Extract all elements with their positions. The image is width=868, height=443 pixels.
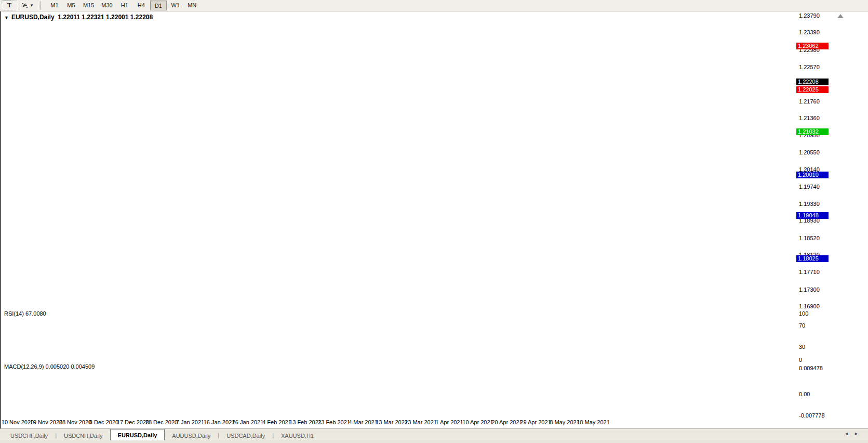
price-tick-label: 1.21360 <box>799 115 820 121</box>
cursor-arrows-button[interactable]: ▼ <box>19 1 36 10</box>
rsi-label: RSI(14) 67.0080 <box>4 310 46 317</box>
level-price-badge: 1.19048 <box>796 212 829 219</box>
price-tick-label: 1.16900 <box>799 303 820 309</box>
price-tick-label: 1.22570 <box>799 64 820 70</box>
price-tick-label: 1.21760 <box>799 98 820 105</box>
level-price-badge: 1.18025 <box>796 255 829 262</box>
timeframe-button-mn[interactable]: MN <box>184 1 200 9</box>
tab-usdchf[interactable]: USDCHF,Daily <box>3 430 55 441</box>
toolbar: T ▼ M1M5M15M30H1H4D1W1MN <box>0 0 868 11</box>
rsi-tick-label: 100 <box>799 310 808 317</box>
level-price-badge: 1.22025 <box>796 86 829 93</box>
date-tick-label: 13 Feb 2021 <box>289 419 322 425</box>
macd-tick-label: 0.009478 <box>799 365 823 371</box>
chart-title: ▼EURUSD,Daily 1.22011 1.22321 1.22001 1.… <box>4 14 153 21</box>
open-value: 1.22011 <box>58 14 80 21</box>
symbol-label: EURUSD,Daily <box>11 14 55 21</box>
tab-xauusd[interactable]: XAUUSD,H1 <box>274 430 321 441</box>
date-tick-label: 4 Feb 2021 <box>262 419 291 425</box>
level-price-badge: 1.21032 <box>796 128 829 135</box>
date-tick-label: 18 May 2021 <box>577 419 610 425</box>
rsi-tick-label: 0 <box>799 357 802 363</box>
date-tick-label: 19 Nov 2020 <box>30 419 62 425</box>
date-tick-label: 8 Dec 2020 <box>89 419 118 425</box>
level-price-badge: 1.20010 <box>796 172 829 178</box>
timeframe-button-h4[interactable]: H4 <box>133 1 149 9</box>
high-value: 1.22321 <box>82 14 104 21</box>
price-tick-label: 1.17300 <box>799 286 820 293</box>
timeframe-button-d1[interactable]: D1 <box>150 1 167 10</box>
price-tick-label: 1.17710 <box>799 269 820 275</box>
tab-scroll-left-icon[interactable]: ◄ <box>844 431 854 436</box>
price-tick-label: 1.19330 <box>799 201 820 207</box>
chevron-down-icon: ▼ <box>30 3 34 8</box>
date-tick-label: 20 Apr 2021 <box>491 419 522 425</box>
date-tick-label: 10 Apr 2021 <box>462 419 493 425</box>
rsi-tick-label: 70 <box>799 322 805 329</box>
macd-values: 0.005020 0.004509 <box>45 363 95 370</box>
timeframe-button-m15[interactable]: M15 <box>80 1 97 9</box>
date-tick-label: 13 Mar 2021 <box>376 419 408 425</box>
close-value: 1.22208 <box>130 14 153 21</box>
rsi-tick-label: 30 <box>799 344 805 350</box>
date-tick-label: 28 Dec 2020 <box>145 419 178 425</box>
tab-audusd[interactable]: AUDUSD,Daily <box>165 430 218 441</box>
macd-tick-label: 0.00 <box>799 391 810 397</box>
date-tick-label: 17 Dec 2020 <box>117 419 149 425</box>
application-window: T ▼ M1M5M15M30H1H4D1W1MN ▼EURUSD,Daily 1… <box>0 0 868 443</box>
tab-eurusd[interactable]: EURUSD,Daily <box>110 429 165 441</box>
rsi-value: 67.0080 <box>25 310 46 317</box>
arrows-icon <box>21 2 29 9</box>
date-tick-label: 23 Feb 2021 <box>318 419 350 425</box>
macd-label: MACD(12,26,9) 0.005020 0.004509 <box>4 363 95 370</box>
macd-tick-label: -0.007778 <box>799 412 825 419</box>
timeframe-buttons: M1M5M15M30H1H4D1W1MN <box>46 1 200 10</box>
timeframe-button-m30[interactable]: M30 <box>98 1 115 9</box>
date-tick-label: 26 Jan 2021 <box>232 419 264 425</box>
date-tick-label: 29 Apr 2021 <box>520 419 551 425</box>
date-tick-label: 16 Jan 2021 <box>204 419 235 425</box>
date-tick-label: 1 Apr 2021 <box>435 419 463 425</box>
scroll-up-arrow[interactable] <box>837 14 844 18</box>
tab-scroll-right-icon[interactable]: ► <box>854 431 864 436</box>
timeframe-button-h1[interactable]: H1 <box>117 1 132 9</box>
level-price-badge: 1.23062 <box>796 43 829 49</box>
date-tick-label: 7 Jan 2021 <box>176 419 204 425</box>
toolbar-separator <box>41 1 44 10</box>
timeframe-button-w1[interactable]: W1 <box>168 1 183 9</box>
chart-window <box>0 11 868 428</box>
symbol-tabs: USDCHF,Daily|USDCNH,DailyEURUSD,DailyAUD… <box>0 428 868 441</box>
price-tick-label: 1.20550 <box>799 149 820 155</box>
tab-usdcnh[interactable]: USDCNH,Daily <box>57 430 110 441</box>
timeframe-button-m1[interactable]: M1 <box>47 1 62 9</box>
tab-usdcad[interactable]: USDCAD,Daily <box>219 430 272 441</box>
price-tick-label: 1.18520 <box>799 235 820 241</box>
tab-scrollbar: ◄► <box>844 431 864 436</box>
date-tick-label: 10 Nov 2020 <box>2 419 34 425</box>
collapse-triangle-icon[interactable]: ▼ <box>4 15 9 20</box>
window-bottom-strip <box>0 440 868 443</box>
price-tick-label: 1.19740 <box>799 184 820 190</box>
date-tick-label: 23 Mar 2021 <box>405 419 437 425</box>
price-tick-label: 1.23790 <box>799 12 820 19</box>
current-price-badge: 1.22208 <box>796 79 829 85</box>
timeframe-button-m5[interactable]: M5 <box>63 1 79 9</box>
price-tick-label: 1.23390 <box>799 29 820 35</box>
text-tool-button[interactable]: T <box>2 1 17 10</box>
date-tick-label: 28 Nov 2020 <box>59 419 91 425</box>
date-tick-label: 4 Mar 2021 <box>349 419 378 425</box>
low-value: 1.22001 <box>106 14 128 21</box>
date-tick-label: 8 May 2021 <box>550 419 579 425</box>
